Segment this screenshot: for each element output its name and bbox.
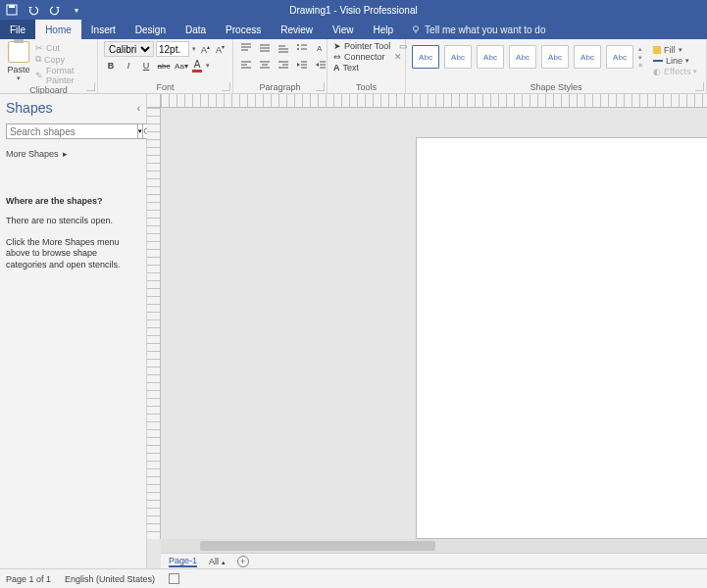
- macro-record-button[interactable]: [169, 573, 179, 584]
- search-shapes-input[interactable]: [6, 123, 138, 139]
- copy-button[interactable]: ⧉Copy: [35, 54, 91, 65]
- connector-icon: ⇔: [333, 52, 341, 62]
- redo-icon[interactable]: [47, 2, 63, 18]
- font-color-dropdown-icon[interactable]: ▾: [206, 62, 210, 70]
- shape-styles-dialog-launcher[interactable]: [695, 82, 704, 91]
- line-button[interactable]: Line▾: [653, 56, 697, 66]
- tab-home[interactable]: Home: [35, 20, 81, 39]
- bold-button[interactable]: B: [104, 59, 118, 73]
- save-icon[interactable]: [4, 2, 20, 18]
- collapse-pane-icon[interactable]: ‹: [137, 103, 140, 114]
- tab-insert[interactable]: Insert: [81, 20, 126, 39]
- cut-label: Cut: [46, 43, 60, 53]
- group-clipboard: Paste ▾ ✂Cut ⧉Copy ✎Format Painter Clipb…: [0, 39, 98, 93]
- shape-style-1[interactable]: Abc: [412, 45, 439, 69]
- scissors-icon: ✂: [35, 43, 43, 53]
- canvas-region: Page-1 All ▴ +: [147, 94, 707, 568]
- shape-style-6[interactable]: Abc: [574, 45, 601, 69]
- font-size-dropdown-icon[interactable]: ▾: [191, 45, 197, 53]
- horizontal-scrollbar[interactable]: [161, 539, 707, 553]
- page-tab-all[interactable]: All ▴: [209, 557, 226, 566]
- ruler-corner: [147, 94, 161, 108]
- shape-style-3[interactable]: Abc: [477, 45, 504, 69]
- text-direction-button[interactable]: A: [314, 41, 328, 55]
- font-size-input[interactable]: [156, 41, 189, 57]
- shapes-pane-title: Shapes‹: [6, 100, 140, 116]
- svg-point-2: [414, 26, 419, 31]
- paste-dropdown-icon[interactable]: ▾: [17, 74, 21, 82]
- tab-help[interactable]: Help: [364, 20, 404, 39]
- window-title: Drawing1 - Visio Professional: [289, 5, 417, 16]
- tab-design[interactable]: Design: [126, 20, 176, 39]
- group-font: Calibri ▾ A▴ A▾ B I U abc Aa▾ A ▾ Font: [98, 39, 233, 93]
- tab-view[interactable]: View: [323, 20, 364, 39]
- delete-tool-button[interactable]: ✕: [394, 52, 402, 62]
- change-case-button[interactable]: Aa▾: [175, 59, 188, 73]
- text-tool-button[interactable]: AText: [333, 63, 399, 73]
- bullets-button[interactable]: [295, 41, 309, 55]
- undo-icon[interactable]: [25, 2, 41, 18]
- decrease-font-size-button[interactable]: A▾: [214, 43, 227, 55]
- brush-icon: ✎: [35, 71, 43, 80]
- group-shape-styles-label: Shape Styles: [412, 82, 700, 93]
- line-label: Line: [666, 56, 682, 66]
- decrease-indent-button[interactable]: [295, 58, 309, 72]
- drawing-page[interactable]: [416, 137, 707, 539]
- font-name-select[interactable]: Calibri: [104, 41, 154, 57]
- horizontal-ruler[interactable]: [161, 94, 707, 108]
- font-color-button[interactable]: A: [192, 59, 202, 73]
- font-dialog-launcher[interactable]: [222, 82, 230, 91]
- text-label: Text: [343, 63, 360, 73]
- title-bar: ▾ Drawing1 - Visio Professional: [0, 0, 707, 20]
- shapes-pane: Shapes‹ ▾ More Shapes▸ Where are the sha…: [0, 94, 147, 568]
- align-center-button[interactable]: [258, 58, 272, 72]
- cut-button[interactable]: ✂Cut: [35, 43, 91, 53]
- connector-tool-button[interactable]: ⇔Connector✕: [333, 52, 399, 62]
- paragraph-dialog-launcher[interactable]: [316, 82, 325, 91]
- shape-style-5[interactable]: Abc: [541, 45, 569, 69]
- status-language[interactable]: English (United States): [65, 574, 155, 584]
- add-page-button[interactable]: +: [237, 556, 249, 567]
- fill-icon: [653, 46, 661, 54]
- tab-data[interactable]: Data: [176, 20, 216, 39]
- pointer-icon: ➤: [333, 41, 341, 51]
- strikethrough-button[interactable]: abc: [157, 59, 171, 73]
- tell-me-label: Tell me what you want to do: [425, 24, 545, 35]
- paste-button[interactable]: Paste ▾: [6, 41, 31, 82]
- more-shapes-label: More Shapes: [6, 149, 59, 159]
- style-gallery-scroll[interactable]: ▴▾≡: [638, 45, 642, 69]
- svg-rect-1: [9, 5, 15, 8]
- align-middle-button[interactable]: [258, 41, 272, 55]
- align-right-button[interactable]: [277, 58, 290, 72]
- page-tab-1[interactable]: Page-1: [169, 556, 197, 567]
- scrollbar-thumb[interactable]: [200, 541, 435, 551]
- fill-button[interactable]: Fill▾: [653, 45, 697, 55]
- qat-customize-icon[interactable]: ▾: [69, 2, 84, 18]
- shapes-pane-heading: Where are the shapes?: [6, 196, 140, 206]
- tab-file[interactable]: File: [0, 20, 35, 39]
- align-bottom-button[interactable]: [277, 41, 290, 55]
- shape-style-4[interactable]: Abc: [509, 45, 536, 69]
- pointer-tool-button[interactable]: ➤Pointer Tool▭: [333, 41, 399, 51]
- drawing-viewport[interactable]: [161, 108, 707, 539]
- tell-me-search[interactable]: Tell me what you want to do: [411, 20, 545, 39]
- align-left-button[interactable]: [239, 58, 253, 72]
- more-shapes-menu[interactable]: More Shapes▸: [6, 149, 140, 159]
- italic-button[interactable]: I: [122, 59, 135, 73]
- format-painter-button[interactable]: ✎Format Painter: [35, 66, 91, 85]
- font-color-swatch: [192, 70, 202, 73]
- tab-process[interactable]: Process: [216, 20, 271, 39]
- group-paragraph-label: Paragraph: [239, 82, 321, 93]
- increase-indent-button[interactable]: [314, 58, 328, 72]
- align-top-button[interactable]: [239, 41, 253, 55]
- paste-label: Paste: [7, 65, 29, 74]
- group-paragraph: A Paragraph: [233, 39, 328, 93]
- underline-button[interactable]: U: [139, 59, 153, 73]
- tab-review[interactable]: Review: [271, 20, 323, 39]
- shape-style-7[interactable]: Abc: [606, 45, 633, 69]
- clipboard-dialog-launcher[interactable]: [86, 82, 95, 91]
- vertical-ruler[interactable]: [147, 108, 161, 539]
- increase-font-size-button[interactable]: A▴: [199, 43, 212, 55]
- shape-style-2[interactable]: Abc: [444, 45, 472, 69]
- effects-button[interactable]: ◐Effects▾: [653, 67, 697, 76]
